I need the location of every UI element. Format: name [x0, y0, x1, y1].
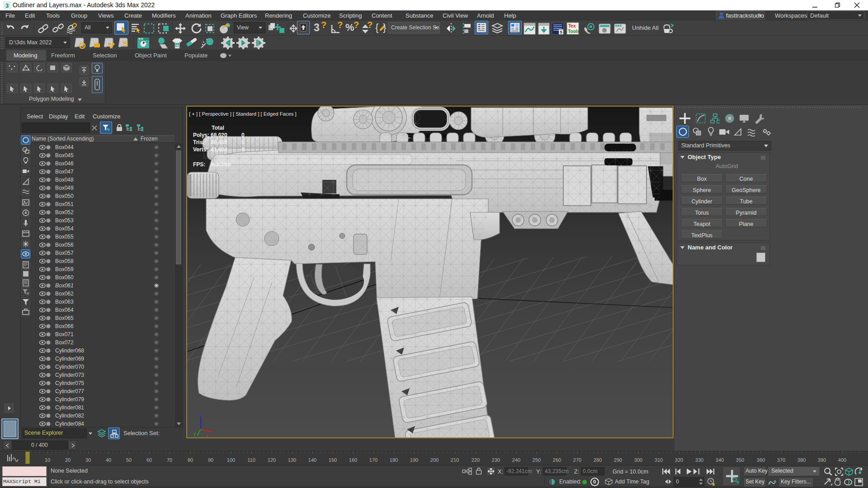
- svg-text:0: 0: [241, 146, 245, 153]
- svg-text:Tex: Tex: [568, 23, 576, 28]
- svg-text:0: 0: [241, 132, 245, 138]
- svg-text:S: S: [560, 30, 562, 34]
- svg-text:41,604: 41,604: [211, 146, 227, 153]
- svg-text:80,459: 80,459: [211, 139, 227, 145]
- svg-text:[ + ] [ Perspective ] [ Standa: [ + ] [ Perspective ] [ Standard ] [ Edg…: [189, 111, 297, 117]
- svg-text:3: 3: [5, 2, 9, 9]
- svg-text:68,020: 68,020: [211, 132, 227, 138]
- svg-text:Verts:: Verts:: [193, 146, 208, 153]
- svg-text:Polys:: Polys:: [193, 132, 209, 138]
- svg-text:0: 0: [241, 139, 245, 145]
- svg-text:m: m: [176, 43, 179, 47]
- svg-text:Total: Total: [212, 125, 224, 131]
- svg-text:FPS:: FPS:: [193, 161, 205, 168]
- svg-text:Inactive: Inactive: [211, 161, 231, 168]
- svg-text:Tris:: Tris:: [193, 139, 204, 145]
- svg-text:z: z: [199, 412, 201, 417]
- svg-text:Tools: Tools: [568, 29, 579, 34]
- svg-text:y: y: [193, 432, 196, 436]
